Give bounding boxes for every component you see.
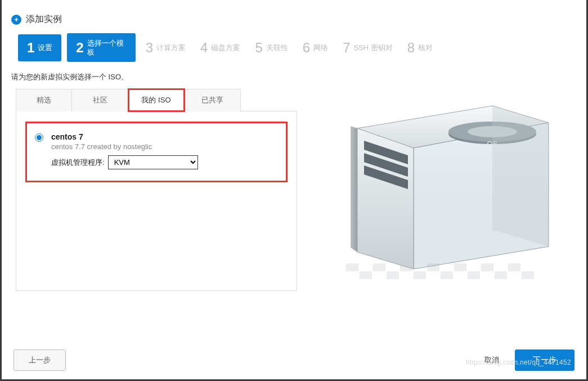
iso-tabs: 精选 社区 我的 ISO 已共享 — [16, 89, 297, 111]
dialog-title: 添加实例 — [26, 14, 62, 25]
svg-rect-8 — [360, 271, 372, 279]
svg-rect-2 — [373, 263, 385, 271]
template-picker: 精选 社区 我的 ISO 已共享 centos 7 centos 7.7 cre… — [16, 89, 297, 291]
svg-rect-10 — [414, 271, 426, 279]
svg-marker-25 — [492, 106, 549, 246]
dialog-header: + 添加实例 — [0, 0, 588, 33]
step-settings[interactable]: 1 设置 — [18, 34, 61, 61]
iso-list-panel: centos 7 centos 7.7 created by nosteglic… — [16, 111, 297, 291]
plus-circle-icon: + — [11, 15, 21, 25]
step-review[interactable]: 8 核对 — [403, 38, 437, 58]
svg-rect-11 — [441, 271, 453, 279]
svg-rect-7 — [508, 263, 520, 271]
iso-description: centos 7.7 created by nosteglic — [51, 142, 278, 151]
iso-item[interactable]: centos 7 centos 7.7 created by nosteglic… — [25, 122, 288, 182]
tab-community[interactable]: 社区 — [72, 89, 128, 111]
step-affinity[interactable]: 5 关联性 — [250, 38, 292, 58]
tab-featured[interactable]: 精选 — [16, 89, 72, 111]
hypervisor-label: 虚拟机管理程序: — [51, 158, 105, 168]
svg-marker-18 — [351, 126, 357, 252]
instruction-text: 请为您的新虚拟实例选择一个 ISO。 — [0, 72, 588, 89]
svg-rect-14 — [522, 271, 534, 279]
step-compute-offering[interactable]: 3 计算方案 — [141, 38, 190, 58]
wizard-footer: 上一步 取消 下一步 — [0, 349, 588, 371]
illustration-pane: OS — [311, 89, 572, 291]
step-ssh-keypair[interactable]: 7 SSH 密钥对 — [338, 38, 397, 58]
wizard-steps: 1 设置 2 选择一个模板 3 计算方案 4 磁盘方案 5 关联性 6 网络 7… — [0, 33, 588, 72]
svg-rect-13 — [495, 271, 507, 279]
hypervisor-select[interactable]: KVM — [108, 155, 198, 169]
server-illustration-icon: OS — [324, 95, 560, 286]
step-network[interactable]: 6 网络 — [298, 38, 333, 58]
step-disk-offering[interactable]: 4 磁盘方案 — [196, 38, 245, 58]
iso-name: centos 7 — [51, 132, 278, 141]
svg-rect-12 — [468, 271, 480, 279]
cancel-button[interactable]: 取消 — [484, 355, 499, 365]
svg-rect-9 — [387, 271, 399, 279]
svg-rect-1 — [346, 263, 358, 271]
svg-rect-5 — [454, 263, 466, 271]
tab-shared[interactable]: 已共享 — [185, 89, 241, 111]
svg-rect-6 — [481, 263, 493, 271]
tab-my-iso[interactable]: 我的 ISO — [128, 89, 185, 111]
prev-button[interactable]: 上一步 — [14, 349, 66, 371]
step-template[interactable]: 2 选择一个模板 — [67, 33, 135, 62]
next-button[interactable]: 下一步 — [515, 349, 574, 371]
iso-radio[interactable] — [35, 133, 43, 142]
